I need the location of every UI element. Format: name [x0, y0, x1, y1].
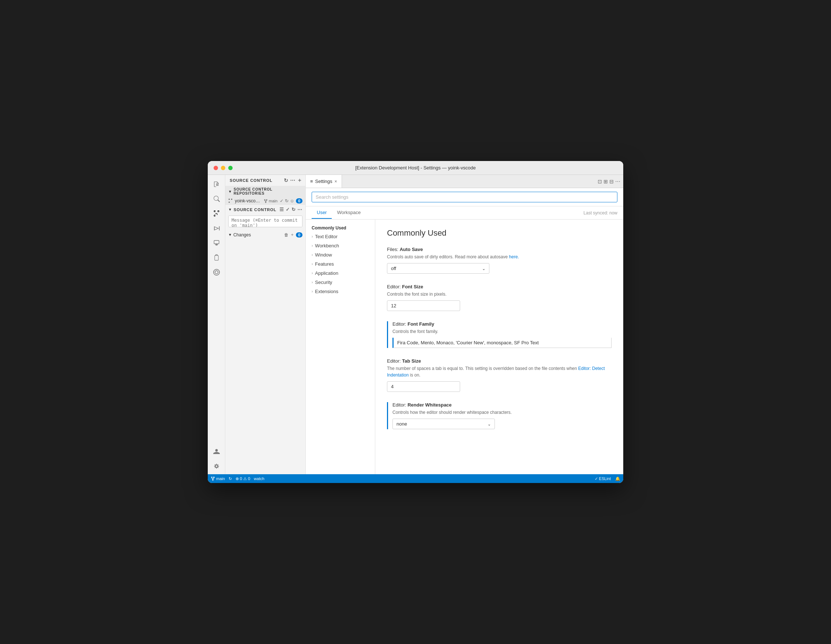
- nav-item-window[interactable]: › Window: [306, 250, 375, 260]
- window-title: [Extension Development Host] - Settings …: [355, 165, 476, 171]
- nav-item-features[interactable]: › Features: [306, 260, 375, 269]
- app-body: SOURCE CONTROL ↻ ⋯ ＋ ▼ SOURCE CONTROL RE…: [208, 175, 623, 474]
- settings-gear-icon[interactable]: [210, 459, 223, 473]
- changes-badge: 0: [296, 198, 302, 204]
- changes-label: Changes: [233, 232, 251, 238]
- editor-fontsize-label: Editor: Font Size: [387, 284, 611, 289]
- settings-body: Commonly Used › Text Editor › Workbench …: [306, 220, 623, 474]
- settings-panel: Commonly Used Files: Auto Save Controls …: [375, 220, 623, 474]
- activity-run[interactable]: [210, 222, 223, 235]
- nav-chevron-text-editor: ›: [312, 234, 313, 239]
- nav-label-features: Features: [315, 261, 334, 267]
- nav-label-security: Security: [315, 279, 332, 285]
- maximize-button[interactable]: [228, 166, 232, 170]
- stage-icon[interactable]: ＋: [290, 232, 295, 238]
- main-area: ≡ Settings × ⊡ ⊞ ⊟ ⋯: [306, 175, 623, 474]
- activity-extensions[interactable]: [210, 251, 223, 264]
- statusbar-warning-count: 0: [248, 477, 250, 481]
- toggle-panel-icon[interactable]: ⊟: [609, 179, 614, 185]
- nav-item-security[interactable]: › Security: [306, 278, 375, 287]
- changes-section[interactable]: ▼ Changes 🗑 ＋ 0: [225, 230, 306, 239]
- activity-remote[interactable]: [210, 236, 223, 250]
- statusbar: main ↻ ⊗ 0 ⚠ 0 watch ✓ ESLint 🔔: [208, 474, 623, 483]
- statusbar-error-icon: ⊗: [236, 477, 239, 481]
- settings-search-input[interactable]: [312, 192, 618, 202]
- statusbar-bell-icon: 🔔: [615, 477, 620, 481]
- nav-item-application[interactable]: › Application: [306, 269, 375, 278]
- nav-chevron-features: ›: [312, 262, 313, 266]
- activity-explorer[interactable]: [210, 178, 223, 191]
- editor-renderwhitespace-value: none: [396, 421, 407, 427]
- check-icon[interactable]: ✓: [280, 198, 283, 204]
- editor-fontsize-desc: Controls the font size in pixels.: [387, 291, 611, 298]
- more-actions-icon[interactable]: ⋯: [615, 179, 620, 185]
- changes-left: ▼ Changes: [228, 232, 251, 238]
- files-autosave-dropdown-icon: [482, 266, 486, 271]
- settings-tab-close[interactable]: ×: [335, 179, 337, 184]
- sync-icon[interactable]: ↻: [285, 198, 288, 204]
- settings-content: User Workspace Last synced: now Commonly…: [306, 188, 623, 474]
- sc-chevron-down-icon: ▼: [228, 207, 232, 212]
- settings-tab-icon: ≡: [310, 179, 313, 184]
- sc-refresh-icon[interactable]: ↻: [291, 207, 296, 212]
- repo-branch: main: [264, 199, 278, 203]
- settings-panel-title: Commonly Used: [387, 228, 611, 238]
- statusbar-branch-name: main: [216, 477, 225, 481]
- emoji-icon[interactable]: ☺: [290, 198, 295, 204]
- repo-item[interactable]: yoink-vscode... main ✓ ↻ ☺ 0: [225, 197, 306, 205]
- nav-label-extensions: Extensions: [315, 289, 338, 294]
- activity-bar: [208, 175, 225, 474]
- changes-actions: 🗑 ＋ 0: [284, 232, 302, 238]
- editor-fontfamily-input[interactable]: [392, 338, 611, 348]
- setting-editor-tabsize: Editor: Tab Size The number of spaces a …: [387, 358, 611, 392]
- tab-user[interactable]: User: [312, 207, 332, 219]
- activity-remote2[interactable]: [210, 266, 223, 279]
- statusbar-errors[interactable]: ⊗ 0 ⚠ 0: [236, 477, 250, 481]
- nav-label-text-editor: Text Editor: [315, 234, 337, 239]
- account-icon[interactable]: [210, 445, 223, 458]
- minimize-button[interactable]: [221, 166, 225, 170]
- editor-fontfamily-desc: Controls the font family.: [392, 328, 611, 335]
- workspace-tab-label: Workspace: [337, 210, 361, 215]
- open-editors-icon[interactable]: ⊞: [603, 179, 608, 185]
- nav-item-workbench[interactable]: › Workbench: [306, 241, 375, 250]
- settings-tabs-row: User Workspace Last synced: now: [306, 206, 623, 220]
- files-autosave-select[interactable]: off: [387, 263, 489, 274]
- nav-item-extensions[interactable]: › Extensions: [306, 287, 375, 296]
- files-autosave-desc-link[interactable]: here.: [509, 254, 519, 260]
- editor-renderwhitespace-select[interactable]: none: [392, 419, 495, 429]
- sc-header-label: SOURCE CONTROL: [234, 207, 277, 212]
- activity-source-control[interactable]: [210, 207, 223, 220]
- repositories-label: SOURCE CONTROL REPOSITORIES: [234, 187, 302, 195]
- refresh-icon[interactable]: ↻: [284, 177, 288, 183]
- close-button[interactable]: [213, 166, 218, 170]
- add-icon[interactable]: ＋: [297, 177, 302, 184]
- editor-tabsize-input[interactable]: [387, 381, 460, 392]
- statusbar-watch[interactable]: watch: [254, 477, 264, 481]
- statusbar-branch[interactable]: main: [211, 477, 225, 481]
- overflow-icon[interactable]: ⋯: [290, 177, 296, 183]
- statusbar-eslint[interactable]: ✓ ESLint: [595, 477, 611, 481]
- nav-chevron-application: ›: [312, 271, 313, 275]
- nav-item-text-editor[interactable]: › Text Editor: [306, 232, 375, 241]
- statusbar-sync[interactable]: ↻: [229, 477, 232, 481]
- discard-icon[interactable]: 🗑: [284, 232, 288, 238]
- editor-tabsize-desc: The number of spaces a tab is equal to. …: [387, 365, 611, 378]
- settings-tab[interactable]: ≡ Settings ×: [306, 175, 342, 188]
- editor-renderwhitespace-dropdown-icon: [487, 421, 491, 427]
- statusbar-eslint-label: ESLint: [599, 477, 611, 481]
- list-icon[interactable]: ☰: [279, 207, 284, 212]
- setting-editor-renderwhitespace: Editor: Render Whitespace Controls how t…: [387, 402, 611, 429]
- nav-label-workbench: Workbench: [315, 243, 339, 249]
- titlebar: [Extension Development Host] - Settings …: [208, 161, 623, 175]
- sc-more-icon[interactable]: ⋯: [298, 207, 302, 212]
- commit-message-input[interactable]: [228, 215, 302, 227]
- setting-editor-fontsize: Editor: Font Size Controls the font size…: [387, 284, 611, 311]
- split-editor-icon[interactable]: ⊡: [598, 179, 602, 185]
- statusbar-notification[interactable]: 🔔: [615, 477, 620, 481]
- sc-check-icon[interactable]: ✓: [286, 207, 290, 212]
- activity-search[interactable]: [210, 193, 223, 206]
- editor-tabsize-desc-part2: is on.: [410, 373, 420, 378]
- editor-fontsize-input[interactable]: [387, 300, 460, 311]
- tab-workspace[interactable]: Workspace: [332, 207, 366, 219]
